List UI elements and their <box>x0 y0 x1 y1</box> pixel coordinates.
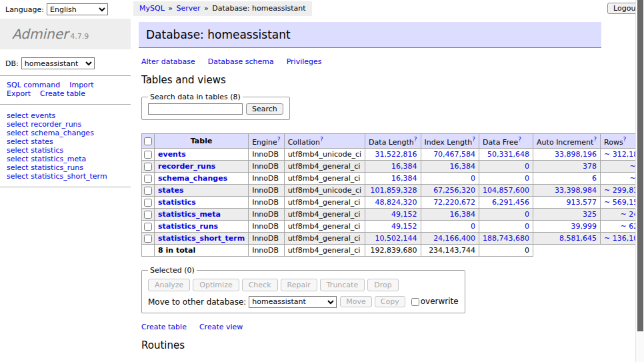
help-collation-link[interactable]: ? <box>320 136 323 143</box>
move-button[interactable]: Move <box>340 296 372 307</box>
search-button[interactable]: Search <box>246 103 283 115</box>
row-checkbox-statistics-short-term[interactable] <box>144 235 152 243</box>
table-link-statistics-runs[interactable]: statistics_runs <box>158 222 218 231</box>
help-auto-increment-link[interactable]: ? <box>593 136 597 143</box>
auto-increment-link[interactable]: 33,898,196 <box>555 150 597 159</box>
drop-button[interactable]: Drop <box>367 279 398 291</box>
index-length-link[interactable]: 24,166,400 <box>433 234 475 243</box>
help-index-length-link[interactable]: ? <box>472 136 475 143</box>
index-length-cell: 16,384 <box>421 160 479 172</box>
scrollbar-track[interactable] <box>635 0 644 362</box>
auto-increment-link[interactable]: 8,581,645 <box>559 234 597 243</box>
data-free-link[interactable]: 0 <box>525 210 529 219</box>
data-free-link[interactable]: 0 <box>525 162 529 171</box>
index-length-link[interactable]: 16,384 <box>450 162 476 171</box>
index-length-cell: 70,467,584 <box>421 148 479 160</box>
sidebar-select-events[interactable]: select events <box>7 111 55 120</box>
main-content: MySQL » Server » Database: homeassistant… <box>133 0 609 362</box>
table-link-statistics-short-term[interactable]: statistics_short_term <box>158 234 245 243</box>
data-free-link[interactable]: 50,331,648 <box>487 150 529 159</box>
row-checkbox-statistics-runs[interactable] <box>144 223 152 231</box>
sidebar-select-schema-changes[interactable]: select schema_changes <box>7 129 94 137</box>
language-select[interactable]: English <box>47 3 108 15</box>
table-link-states[interactable]: states <box>158 186 184 195</box>
help-data-length-link[interactable]: ? <box>414 136 417 143</box>
analyze-button[interactable]: Analyze <box>148 279 190 291</box>
table-link-schema-changes[interactable]: schema_changes <box>158 174 227 183</box>
sidebar-action-export[interactable]: Export <box>7 89 31 98</box>
sidebar-select-statistics-short-term[interactable]: select statistics_short_term <box>7 172 107 181</box>
truncate-button[interactable]: Truncate <box>320 279 365 291</box>
data-free-link[interactable]: 104,857,600 <box>483 186 529 195</box>
index-length-link[interactable]: 16,384 <box>450 210 476 219</box>
copy-button[interactable]: Copy <box>375 296 405 307</box>
sidebar-select-statistics-runs[interactable]: select statistics_runs <box>7 163 83 172</box>
data-length-link[interactable]: 16,384 <box>391 174 417 183</box>
row-checkbox-statistics-meta[interactable] <box>144 211 152 219</box>
data-free-link[interactable]: 0 <box>525 222 529 231</box>
table-link-events[interactable]: events <box>158 150 186 159</box>
overwrite-checkbox[interactable] <box>411 298 419 306</box>
db-link-alter-database[interactable]: Alter database <box>141 57 195 66</box>
index-length-link[interactable]: 0 <box>471 174 475 183</box>
index-length-link[interactable]: 70,467,584 <box>433 150 475 159</box>
index-length-link[interactable]: 67,256,320 <box>433 186 475 195</box>
row-checkbox-states[interactable] <box>144 187 152 195</box>
sidebar-select-statistics[interactable]: select statistics <box>7 146 63 155</box>
index-length-link[interactable]: 72,220,672 <box>433 198 475 207</box>
index-length-cell: 0 <box>421 220 479 232</box>
select-all-checkbox[interactable] <box>144 137 152 145</box>
help-rows-link[interactable]: ? <box>623 136 627 143</box>
auto-increment-link[interactable]: 378 <box>583 162 597 171</box>
auto-increment-link[interactable]: 325 <box>583 210 597 219</box>
data-length-link[interactable]: 31,522,816 <box>375 150 417 159</box>
breadcrumb-mysql-link[interactable]: MySQL <box>139 4 165 13</box>
db-link-database-schema[interactable]: Database schema <box>208 57 274 66</box>
data-free-link[interactable]: 188,743,680 <box>483 234 529 243</box>
auto-increment-link[interactable]: 6 <box>592 174 597 183</box>
row-checkbox-recorder-runs[interactable] <box>144 163 152 171</box>
data-length-link[interactable]: 49,152 <box>391 210 417 219</box>
table-link-statistics[interactable]: statistics <box>158 198 196 207</box>
db-select[interactable]: homeassistant <box>21 57 95 69</box>
data-length-link[interactable]: 16,384 <box>391 162 417 171</box>
check-button[interactable]: Check <box>242 279 278 291</box>
engine-cell: InnoDB <box>249 196 284 208</box>
sidebar-select-recorder-runs[interactable]: select recorder_runs <box>7 120 81 129</box>
auto-increment-link[interactable]: 913,577 <box>567 198 597 207</box>
create-link-create-table[interactable]: Create table <box>141 323 187 331</box>
data-length-link[interactable]: 101,859,328 <box>371 186 417 195</box>
row-checkbox-schema-changes[interactable] <box>144 175 152 183</box>
index-length-link[interactable]: 0 <box>471 222 475 231</box>
auto-increment-cell: 33,398,984 <box>533 184 601 196</box>
sidebar-select-states[interactable]: select states <box>7 137 53 146</box>
table-link-statistics-meta[interactable]: statistics_meta <box>158 210 221 219</box>
table-link-recorder-runs[interactable]: recorder_runs <box>158 162 215 171</box>
language-bar: Language:English <box>5 3 108 15</box>
db-link-privileges[interactable]: Privileges <box>287 57 322 66</box>
row-select-cell <box>142 160 155 172</box>
sidebar-select-statistics-meta[interactable]: select statistics_meta <box>7 155 86 163</box>
create-link-create-view[interactable]: Create view <box>199 323 243 331</box>
optimize-button[interactable]: Optimize <box>193 279 239 291</box>
sidebar-action-import[interactable]: Import <box>69 81 94 89</box>
row-checkbox-events[interactable] <box>144 151 152 159</box>
breadcrumb-server-link[interactable]: Server <box>177 4 201 13</box>
help-data-free-link[interactable]: ? <box>518 136 521 143</box>
data-free-link[interactable]: 6,291,456 <box>492 198 529 207</box>
move-db-select[interactable]: homeassistant <box>249 296 337 308</box>
data-length-link[interactable]: 49,152 <box>391 222 417 231</box>
auto-increment-link[interactable]: 33,398,984 <box>555 186 597 195</box>
sidebar-action-create-table[interactable]: Create table <box>40 89 85 98</box>
auto-increment-link[interactable]: 39,999 <box>571 222 597 231</box>
data-free-link[interactable]: 0 <box>525 174 529 183</box>
data-length-link[interactable]: 48,824,320 <box>375 198 417 207</box>
row-checkbox-statistics[interactable] <box>144 199 152 207</box>
search-input[interactable] <box>148 103 243 115</box>
adminer-version-link[interactable]: 4.7.9 <box>70 32 89 41</box>
help-engine-link[interactable]: ? <box>277 136 281 143</box>
scrollbar-thumb[interactable] <box>637 0 643 331</box>
repair-button[interactable]: Repair <box>281 279 317 291</box>
sidebar-action-sql-command[interactable]: SQL command <box>7 81 60 89</box>
data-length-link[interactable]: 10,502,144 <box>375 234 417 243</box>
